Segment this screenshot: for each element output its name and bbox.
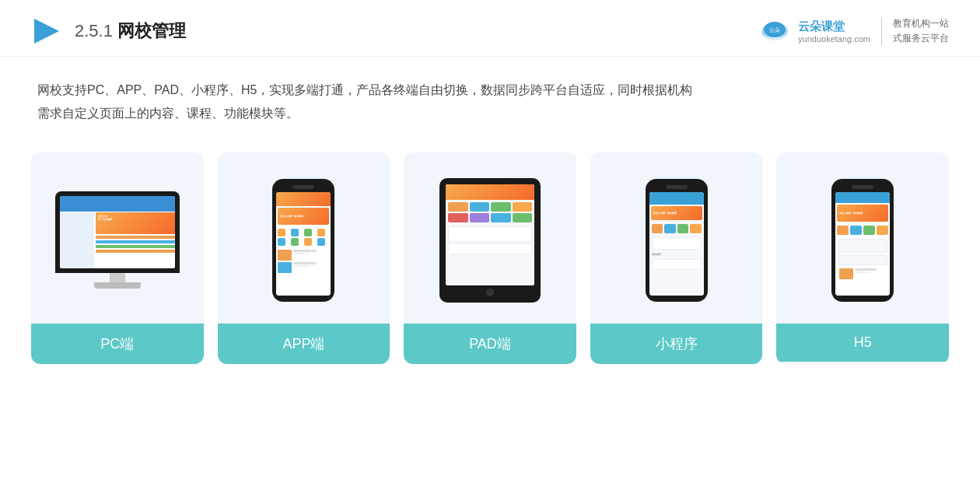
card-app: 创适人的第一堂兴趣课 [218, 152, 390, 364]
phone-screen-app: 创适人的第一堂兴趣课 [276, 192, 331, 296]
card-pad-label: PAD端 [404, 324, 576, 364]
device-phone-h5: 创适人的第一堂兴趣课 [831, 179, 894, 302]
brand-divider [881, 17, 882, 45]
brand-text-block: 云朵课堂 yunduoketang.com [798, 19, 870, 44]
page-title: 2.5.1 网校管理 [75, 19, 186, 43]
phone-screen-mini: 创适人的第一堂兴趣课 课程推荐 [649, 192, 704, 296]
card-h5-label: H5 [776, 324, 949, 362]
svg-marker-0 [34, 19, 59, 44]
page: 2.5.1 网校管理 云朵 云朵课堂 yunduoketang.com [0, 0, 980, 490]
card-h5: 创适人的第一堂兴趣课 [776, 152, 949, 364]
brand-logo: 云朵 云朵课堂 yunduoketang.com [758, 14, 870, 48]
card-pc-label: PC端 [31, 324, 204, 364]
brand-slogan: 教育机构一站 式服务云平台 [893, 16, 949, 46]
card-pad-image [404, 152, 576, 324]
svg-text:云朵: 云朵 [769, 27, 780, 33]
device-phone-mini: 创适人的第一堂兴趣课 课程推荐 [646, 179, 708, 302]
header-left: 2.5.1 网校管理 [31, 16, 186, 47]
play-logo-icon [31, 16, 62, 47]
monitor-screen: 创适人的第一堂兴趣课 [60, 196, 175, 268]
brand-name: 云朵课堂 [798, 19, 845, 34]
device-pc: 创适人的第一堂兴趣课 [55, 191, 180, 289]
card-pc-image: 创适人的第一堂兴趣课 [31, 152, 204, 324]
description-section: 网校支持PC、APP、PAD、小程序、H5，实现多端打通，产品各终端自由切换，数… [0, 57, 980, 134]
card-miniprogram-image: 创适人的第一堂兴趣课 课程推荐 [590, 152, 763, 324]
card-app-label: APP端 [218, 324, 390, 364]
card-pc: 创适人的第一堂兴趣课 [31, 152, 204, 364]
card-miniprogram-label: 小程序 [590, 324, 763, 364]
tablet-screen [446, 184, 534, 285]
card-app-image: 创适人的第一堂兴趣课 [218, 152, 390, 324]
brand-url: yunduoketang.com [798, 34, 870, 44]
brand-cloud-icon: 云朵 [758, 14, 792, 48]
card-miniprogram: 创适人的第一堂兴趣课 课程推荐 [590, 152, 763, 364]
header: 2.5.1 网校管理 云朵 云朵课堂 yunduoketang.com [0, 0, 980, 57]
description-text: 网校支持PC、APP、PAD、小程序、H5，实现多端打通，产品各终端自由切换，数… [37, 79, 943, 126]
cards-section: 创适人的第一堂兴趣课 [0, 134, 980, 387]
card-pad: PAD端 [404, 152, 576, 364]
device-phone-app: 创适人的第一堂兴趣课 [272, 179, 334, 302]
card-h5-image: 创适人的第一堂兴趣课 [776, 152, 949, 324]
monitor-body: 创适人的第一堂兴趣课 [55, 191, 180, 273]
device-tablet [439, 178, 541, 303]
header-right: 云朵 云朵课堂 yunduoketang.com 教育机构一站 式服务云平台 [758, 14, 949, 48]
phone-screen-h5: 创适人的第一堂兴趣课 [835, 192, 890, 296]
pc-screen-content: 创适人的第一堂兴趣课 [60, 196, 175, 268]
